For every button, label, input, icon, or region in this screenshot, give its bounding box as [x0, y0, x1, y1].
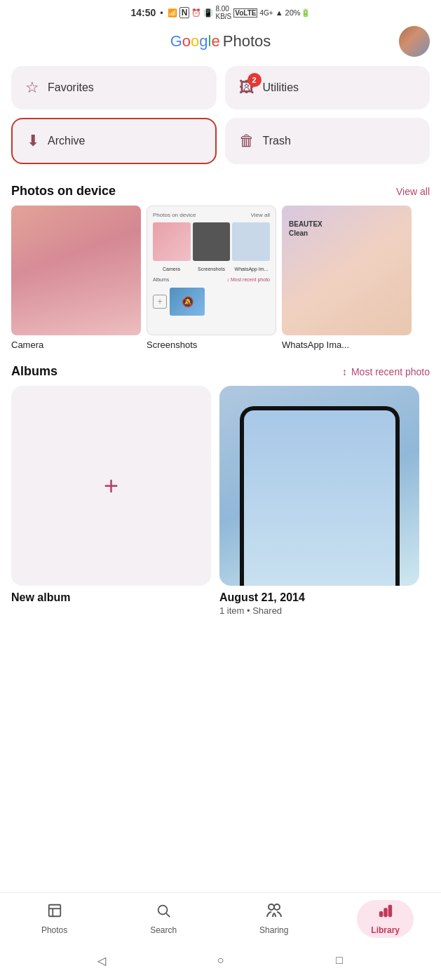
nav-search-label: Search — [150, 925, 177, 935]
album-info: August 21, 2014 1 item • Shared — [219, 591, 419, 616]
svg-point-5 — [274, 904, 280, 910]
search-nav-icon — [156, 903, 171, 922]
status-icons: 📶 N ⏰ 📳 8.00KB/S VoLTE 4G+ ▲ 20%🔋 — [168, 5, 311, 20]
list-item[interactable]: August 21, 2014 1 item • Shared — [219, 386, 419, 616]
new-album-thumb: + — [11, 386, 211, 586]
home-icon: ○ — [217, 954, 224, 967]
svg-rect-9 — [388, 906, 391, 917]
phone-mockup — [240, 406, 400, 586]
nfc-icon: N — [179, 7, 190, 18]
svg-rect-0 — [48, 905, 60, 917]
most-recent-label: Most recent photo — [351, 366, 430, 377]
photos-nav-icon — [47, 903, 62, 922]
new-album-label: New album — [11, 591, 211, 604]
sharing-nav-icon — [266, 903, 283, 922]
sort-icon: ↕ — [342, 366, 347, 377]
utilities-badge: 2 — [247, 73, 262, 87]
favorites-label: Favorites — [48, 81, 94, 94]
nav-sharing-label: Sharing — [259, 925, 288, 935]
archive-icon: ⬇ — [27, 132, 39, 150]
view-all-button[interactable]: View all — [396, 186, 430, 197]
home-button[interactable]: ○ — [210, 951, 230, 970]
svg-rect-8 — [384, 908, 387, 916]
list-item[interactable]: Camera — [11, 206, 141, 350]
utilities-button[interactable]: 🖼 2 Utilities — [225, 66, 430, 109]
archive-label: Archive — [48, 135, 85, 147]
main-content: ☆ Favorites 🖼 2 Utilities ⬇ Archive 🗑 Tr… — [0, 60, 441, 742]
utilities-label: Utilities — [263, 81, 299, 94]
camera-label: Camera — [11, 340, 141, 350]
list-item[interactable]: + New album — [11, 386, 211, 616]
nav-search[interactable]: Search — [136, 900, 191, 938]
album-title: August 21, 2014 — [219, 591, 419, 604]
alarm-icon: ⏰ — [191, 8, 201, 18]
albums-header: Albums ↕ Most recent photo — [0, 361, 441, 386]
recent-album-thumb — [219, 386, 419, 586]
google-wordmark: G o o g l e — [170, 32, 220, 51]
quick-access-grid: ☆ Favorites 🖼 2 Utilities ⬇ Archive 🗑 Tr… — [0, 60, 441, 175]
whatsapp-label: WhatsApp Ima... — [282, 340, 412, 350]
list-item[interactable]: Photos on device View all Camera Screens… — [147, 206, 276, 350]
photos-wordmark: Photos — [223, 32, 271, 51]
status-time: 14:50 — [130, 7, 156, 18]
svg-point-6 — [269, 904, 274, 910]
nav-sharing[interactable]: Sharing — [245, 900, 302, 938]
favorites-button[interactable]: ☆ Favorites — [11, 66, 217, 109]
recents-icon: □ — [336, 954, 343, 967]
vibrate-icon: 📳 — [203, 8, 213, 18]
back-button[interactable]: ◁ — [92, 951, 111, 970]
screenshots-label: Screenshots — [147, 340, 276, 350]
photos-on-device-header: Photos on device View all — [0, 175, 441, 206]
volte-icon: VoLTE — [233, 8, 257, 18]
battery-icon: 20%🔋 — [285, 8, 311, 18]
app-logo: G o o g l e Photos — [170, 32, 271, 51]
photos-on-device-title: Photos on device — [11, 184, 116, 199]
archive-button[interactable]: ⬇ Archive — [11, 118, 217, 164]
plus-icon: + — [104, 471, 118, 501]
data-speed: 8.00KB/S — [215, 5, 231, 20]
svg-point-3 — [158, 906, 168, 915]
recents-button[interactable]: □ — [330, 951, 349, 970]
bottom-navigation: Photos Search Sharing Library ◁ ○ — [0, 892, 441, 980]
whatsapp-thumb: BEAUTEXClean — [282, 206, 412, 335]
nav-library[interactable]: Library — [357, 900, 414, 938]
most-recent-button[interactable]: ↕ Most recent photo — [342, 366, 430, 377]
app-header: G o o g l e Photos — [0, 25, 441, 60]
svg-line-4 — [166, 913, 170, 917]
camera-thumb — [11, 206, 141, 335]
trash-label: Trash — [263, 135, 291, 147]
status-dot: • — [160, 8, 163, 18]
list-item[interactable]: BEAUTEXClean WhatsApp Ima... — [282, 206, 412, 350]
nav-library-label: Library — [371, 925, 400, 935]
library-nav-icon — [378, 903, 393, 922]
albums-title: Albums — [11, 364, 57, 379]
status-bar: 14:50 • 📶 N ⏰ 📳 8.00KB/S VoLTE 4G+ ▲ 20%… — [0, 0, 441, 25]
screenshots-thumb: Photos on device View all Camera Screens… — [147, 206, 276, 335]
trash-icon: 🗑 — [239, 132, 255, 150]
wifi-icon: 📶 — [168, 8, 177, 18]
photos-on-device-row: Camera Photos on device View all Camera … — [0, 206, 441, 361]
trash-button[interactable]: 🗑 Trash — [225, 118, 430, 164]
signal-icon: ▲ — [276, 8, 283, 17]
back-icon: ◁ — [97, 954, 106, 967]
network-icon: 4G+ — [259, 9, 273, 17]
svg-rect-7 — [379, 912, 382, 916]
album-meta: 1 item • Shared — [219, 605, 419, 616]
avatar[interactable] — [399, 26, 430, 57]
star-icon: ☆ — [25, 79, 39, 97]
nav-photos-label: Photos — [41, 925, 67, 935]
nav-photos[interactable]: Photos — [27, 900, 81, 938]
albums-row: + New album August 21, 2014 1 item • Sha… — [0, 386, 441, 630]
system-navigation: ◁ ○ □ — [0, 944, 441, 980]
